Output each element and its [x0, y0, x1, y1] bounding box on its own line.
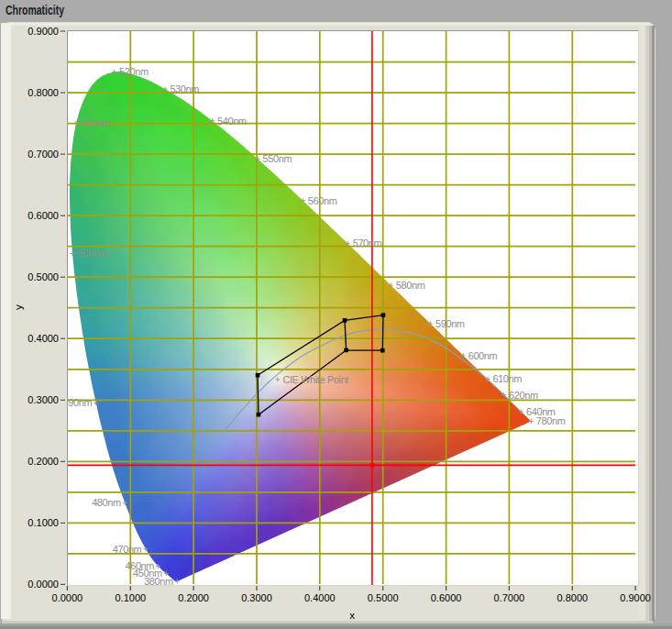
svg-text:550nm: 550nm	[263, 153, 292, 164]
svg-text:560nm: 560nm	[308, 195, 337, 206]
svg-text:0.0000: 0.0000	[28, 579, 59, 590]
svg-text:580nm: 580nm	[396, 280, 425, 291]
svg-text:0.2000: 0.2000	[28, 456, 59, 467]
svg-text:540nm: 540nm	[217, 116, 247, 127]
svg-text:610nm: 610nm	[492, 373, 522, 384]
svg-text:480nm: 480nm	[92, 497, 121, 508]
svg-text:0.4000: 0.4000	[304, 592, 336, 603]
svg-text:570nm: 570nm	[353, 237, 382, 248]
svg-text:0.3000: 0.3000	[28, 394, 59, 405]
svg-text:0.2000: 0.2000	[178, 592, 209, 603]
svg-text:0.5000: 0.5000	[368, 592, 399, 603]
svg-text:620nm: 620nm	[509, 390, 538, 401]
svg-text:0.1000: 0.1000	[28, 517, 59, 528]
svg-text:0.8000: 0.8000	[556, 592, 588, 603]
svg-text:0.9000: 0.9000	[620, 592, 651, 603]
svg-text:780nm: 780nm	[536, 415, 566, 426]
svg-text:600nm: 600nm	[468, 350, 498, 361]
svg-text:510nm: 510nm	[82, 117, 111, 128]
svg-text:CIE White Point: CIE White Point	[282, 374, 348, 385]
svg-text:x: x	[349, 610, 355, 621]
svg-text:Chromaticity: Chromaticity	[6, 3, 64, 17]
svg-text:0.8000: 0.8000	[28, 87, 59, 98]
svg-text:0.9000: 0.9000	[28, 26, 59, 37]
svg-text:590nm: 590nm	[435, 318, 465, 329]
svg-text:0.7000: 0.7000	[28, 149, 59, 160]
svg-text:0.6000: 0.6000	[431, 592, 462, 603]
svg-text:500nm: 500nm	[78, 248, 107, 259]
svg-text:0.0000: 0.0000	[52, 592, 83, 603]
svg-text:0.4000: 0.4000	[28, 333, 59, 344]
svg-text:0.5000: 0.5000	[28, 271, 59, 282]
svg-text:0.3000: 0.3000	[241, 592, 272, 603]
svg-text:0.6000: 0.6000	[28, 210, 59, 221]
svg-text:470nm: 470nm	[113, 544, 142, 555]
svg-text:y: y	[13, 304, 24, 310]
svg-text:0.1000: 0.1000	[115, 592, 146, 603]
svg-text:0.7000: 0.7000	[494, 592, 525, 603]
svg-text:530nm: 530nm	[170, 83, 199, 94]
svg-text:520nm: 520nm	[119, 66, 149, 77]
